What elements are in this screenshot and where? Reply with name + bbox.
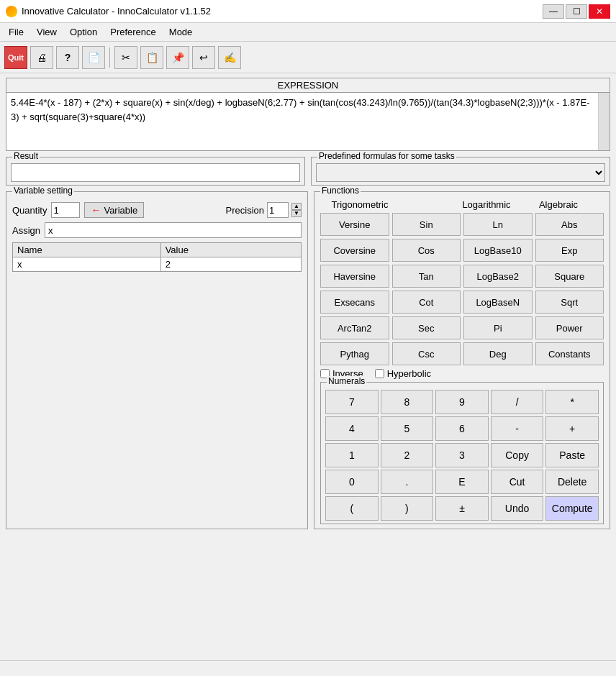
logbase2-btn[interactable]: LogBase2 bbox=[463, 265, 533, 288]
num-8[interactable]: 8 bbox=[381, 390, 434, 414]
num-6[interactable]: 6 bbox=[435, 416, 489, 441]
cut-numpad-btn[interactable]: Cut bbox=[491, 470, 544, 494]
pythag-btn[interactable]: Pythag bbox=[320, 342, 389, 365]
result-group: Result bbox=[6, 157, 305, 186]
func-row-5: ArcTan2 Sec Pi Power bbox=[320, 316, 604, 339]
close-button[interactable]: ✕ bbox=[589, 4, 610, 19]
ln-btn[interactable]: Ln bbox=[463, 213, 533, 236]
predefined-select[interactable] bbox=[316, 163, 605, 182]
logbasen-btn[interactable]: LogBaseN bbox=[463, 291, 533, 314]
variable-button[interactable]: ← Variable bbox=[84, 202, 144, 218]
precision-group: Precision ▲ ▼ bbox=[226, 202, 302, 218]
num-row-1: 7 8 9 / * bbox=[325, 390, 599, 414]
toolbar-separator bbox=[109, 47, 110, 68]
script-btn[interactable]: ✍ bbox=[218, 46, 241, 69]
predefined-group: Predefined formulas for some tasks bbox=[311, 157, 610, 186]
spin-up-btn[interactable]: ▲ bbox=[291, 203, 302, 210]
num-e[interactable]: E bbox=[435, 470, 489, 494]
num-9[interactable]: 9 bbox=[435, 390, 489, 414]
hyperbolic-checkbox[interactable] bbox=[375, 369, 384, 378]
variable-btn-label: Variable bbox=[104, 205, 137, 216]
undo-btn[interactable]: ↩ bbox=[192, 46, 215, 69]
exsecans-btn[interactable]: Exsecans bbox=[320, 291, 389, 314]
expression-text[interactable]: 5.44E-4*(x - 187) + (2*x) + square(x) + … bbox=[6, 93, 610, 150]
compute-btn[interactable]: Compute bbox=[545, 496, 599, 521]
num-5[interactable]: 5 bbox=[381, 416, 434, 441]
assign-label: Assign bbox=[12, 225, 40, 236]
help-btn[interactable]: ? bbox=[56, 46, 79, 69]
pi-btn[interactable]: Pi bbox=[463, 316, 533, 339]
undo-numpad-btn[interactable]: Undo bbox=[491, 496, 544, 521]
copy-btn[interactable]: 📋 bbox=[140, 46, 163, 69]
precision-spinner: ▲ ▼ bbox=[291, 203, 302, 217]
delete-btn[interactable]: Delete bbox=[545, 470, 599, 494]
coversine-btn[interactable]: Coversine bbox=[320, 239, 389, 262]
csc-btn[interactable]: Csc bbox=[392, 342, 461, 365]
window-controls: — ☐ ✕ bbox=[543, 4, 610, 19]
assign-input[interactable] bbox=[45, 222, 302, 238]
assign-row: Assign bbox=[12, 222, 302, 238]
expression-scrollbar[interactable] bbox=[598, 93, 610, 150]
num-0[interactable]: 0 bbox=[325, 470, 379, 494]
exp-btn[interactable]: Exp bbox=[535, 239, 604, 262]
numerals-label: Numerals bbox=[327, 376, 366, 386]
paste-numpad-btn[interactable]: Paste bbox=[545, 443, 599, 467]
cos-btn[interactable]: Cos bbox=[392, 239, 461, 262]
num-3[interactable]: 3 bbox=[435, 443, 489, 467]
sec-btn[interactable]: Sec bbox=[392, 316, 461, 339]
sqrt-btn[interactable]: Sqrt bbox=[535, 291, 604, 314]
table-header-name: Name bbox=[13, 243, 161, 257]
alg-header: Algebraic bbox=[526, 199, 591, 210]
versine-btn[interactable]: Versine bbox=[320, 213, 389, 236]
cut-btn[interactable]: ✂ bbox=[114, 46, 137, 69]
minimize-button[interactable]: — bbox=[543, 4, 564, 19]
toolbar: Quit 🖨 ? 📄 ✂ 📋 📌 ↩ ✍ bbox=[0, 42, 616, 73]
hyperbolic-checkbox-label[interactable]: Hyperbolic bbox=[375, 368, 431, 379]
sin-btn[interactable]: Sin bbox=[392, 213, 461, 236]
cot-btn[interactable]: Cot bbox=[392, 291, 461, 314]
precision-label: Precision bbox=[226, 205, 264, 216]
print2-btn[interactable]: 📄 bbox=[82, 46, 105, 69]
spin-down-btn[interactable]: ▼ bbox=[291, 210, 302, 217]
num-row-3: 1 2 3 Copy Paste bbox=[325, 443, 599, 467]
haversine-btn[interactable]: Haversine bbox=[320, 265, 389, 288]
deg-btn[interactable]: Deg bbox=[463, 342, 533, 365]
abs-btn[interactable]: Abs bbox=[535, 213, 604, 236]
tan-btn[interactable]: Tan bbox=[392, 265, 461, 288]
num-mul[interactable]: * bbox=[545, 390, 599, 414]
num-dot[interactable]: . bbox=[381, 470, 434, 494]
logbase10-btn[interactable]: LogBase10 bbox=[463, 239, 533, 262]
expression-section: EXPRESSION 5.44E-4*(x - 187) + (2*x) + s… bbox=[6, 78, 610, 151]
menu-option[interactable]: Option bbox=[64, 25, 103, 39]
menu-mode[interactable]: Mode bbox=[163, 25, 199, 39]
precision-input[interactable] bbox=[267, 202, 289, 218]
num-4[interactable]: 4 bbox=[325, 416, 379, 441]
title-bar: Innovative Calculator - InnoCalculator v… bbox=[0, 0, 616, 23]
power-btn[interactable]: Power bbox=[535, 316, 604, 339]
menu-preference[interactable]: Preference bbox=[104, 25, 162, 39]
num-div[interactable]: / bbox=[491, 390, 544, 414]
constants-btn[interactable]: Constants bbox=[535, 342, 604, 365]
num-plusminus[interactable]: ± bbox=[435, 496, 489, 521]
copy-btn[interactable]: Copy bbox=[491, 443, 544, 467]
num-1[interactable]: 1 bbox=[325, 443, 379, 467]
num-plus[interactable]: + bbox=[545, 416, 599, 441]
num-row-2: 4 5 6 - + bbox=[325, 416, 599, 441]
square-btn[interactable]: Square bbox=[535, 265, 604, 288]
num-close-paren[interactable]: ) bbox=[381, 496, 434, 521]
arctan2-btn[interactable]: ArcTan2 bbox=[320, 316, 389, 339]
func-row-2: Coversine Cos LogBase10 Exp bbox=[320, 239, 604, 262]
quantity-input[interactable] bbox=[51, 202, 80, 218]
num-open-paren[interactable]: ( bbox=[325, 496, 379, 521]
menu-file[interactable]: File bbox=[3, 25, 30, 39]
variable-label: Variable setting bbox=[12, 186, 74, 196]
maximize-button[interactable]: ☐ bbox=[566, 4, 587, 19]
num-2[interactable]: 2 bbox=[381, 443, 434, 467]
print-btn[interactable]: 🖨 bbox=[30, 46, 53, 69]
menu-view[interactable]: View bbox=[31, 25, 63, 39]
quit-btn[interactable]: Quit bbox=[4, 46, 27, 69]
paste-btn[interactable]: 📌 bbox=[166, 46, 189, 69]
num-7[interactable]: 7 bbox=[325, 390, 379, 414]
num-minus[interactable]: - bbox=[491, 416, 544, 441]
result-input[interactable] bbox=[11, 163, 300, 182]
